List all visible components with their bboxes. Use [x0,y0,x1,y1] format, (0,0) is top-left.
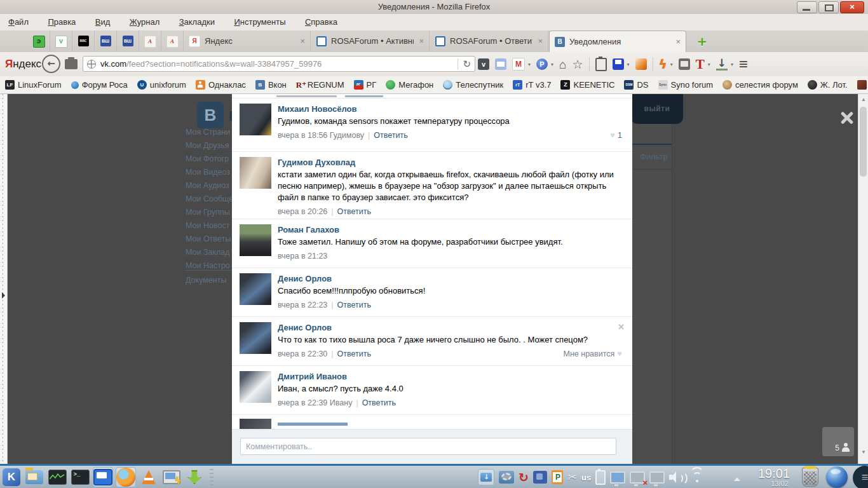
tray-battery[interactable] [595,470,606,485]
comment-input[interactable] [240,438,616,455]
chevron-down-icon[interactable]: ▾ [731,62,733,67]
chevron-down-icon[interactable]: ▾ [627,62,630,67]
bookmark-odnoklassniki[interactable]: Однаклас [196,80,246,90]
sidebar-item-groups[interactable]: Мои Группы [186,206,232,219]
scroll-up-arrow[interactable]: ▲ [858,97,868,102]
rosa-launcher-sphere[interactable] [826,466,848,488]
bookmark-megafon[interactable]: Мегафон [386,80,433,90]
sidebar-item-audios[interactable]: Мои Аудиоз [186,179,232,193]
like-heart-icon[interactable]: ♥ [617,349,622,359]
keyboard-layout-indicator[interactable]: us [581,473,591,482]
vlc-button[interactable] [139,467,159,487]
bookmark-unixforum[interactable]: Uunixforum [137,80,186,90]
url-text[interactable]: vk.com/feed?section=notifications&w=wall… [100,59,458,69]
tab-rosaforum-reply[interactable]: ROSAForum • Ответить × [430,30,548,51]
addon-orange-icon[interactable] [635,58,647,70]
minimize-button[interactable] [797,1,817,13]
panel-settings-cashew[interactable]: ≡ [853,466,868,488]
text-addon-icon[interactable]: T [696,58,705,71]
clock-widget[interactable]: 19:01 13/02 [745,467,803,487]
tab-close-icon[interactable]: × [300,36,305,46]
tray-clipboard-manager[interactable] [552,470,563,484]
menu-history[interactable]: Журнал [121,14,168,27]
sidebar-item-documents[interactable]: Документы [186,276,226,285]
tray-downloads-folder[interactable] [478,469,494,485]
pinned-tab-bill2[interactable]: ВШ [117,30,139,51]
tray-plugin[interactable] [533,471,547,484]
tab-close-icon[interactable]: × [538,36,543,46]
bookmark-keenetic[interactable]: ZKEENETIC [560,80,614,90]
menu-view[interactable]: Вид [87,14,119,27]
id-card-addon-icon[interactable] [679,58,690,70]
user-name-link[interactable]: Гудимов Духовлад [278,157,622,168]
tray-network-secondary[interactable] [649,471,665,484]
sidebar-item-bookmarks[interactable]: Мои Заклад [186,246,232,259]
sidebar-item-my-page[interactable]: Моя Страни [186,126,232,139]
pinned-tab-v[interactable]: V [50,30,72,51]
pinned-tab-a2[interactable]: А [161,30,184,51]
logout-button[interactable]: выйти [631,94,683,124]
bookmark-syno-forum[interactable]: SynoSyno forum [658,80,713,90]
tab-close-icon[interactable]: × [675,37,681,46]
avatar[interactable] [240,371,271,403]
bookmark-ds[interactable]: DSMDS [624,80,648,90]
bookmark-zh-lot[interactable]: Ж. Лот. [808,80,848,90]
user-name-link[interactable]: Михаил Новосёлов [278,104,622,114]
save-page-icon[interactable] [613,58,624,70]
sidebar-item-videos[interactable]: Мои Видеоз [186,166,232,179]
bookmark-telesputnik[interactable]: Телеспутник [443,80,503,90]
avatar[interactable] [240,273,271,305]
menu-file[interactable]: Файл [0,14,37,27]
updates-button[interactable] [184,467,205,487]
trash-widget[interactable] [802,468,818,487]
online-users-badge[interactable]: 5 [822,427,854,456]
tray-wifi[interactable] [690,471,704,483]
gmail-icon[interactable]: M [512,58,525,71]
proxy-globe-icon[interactable]: P [536,58,548,70]
task-firefox[interactable] [116,467,136,487]
close-button[interactable]: × [840,1,864,13]
clipboard-icon[interactable] [595,58,607,71]
pinned-tab-ekatalog[interactable]: Э [28,30,50,51]
pinned-tab-bbc[interactable]: BBC [72,30,95,51]
chevron-down-icon[interactable]: ▾ [708,62,710,67]
tray-network-active[interactable] [610,471,625,484]
bookmark-rg[interactable]: РГРГ [354,80,377,90]
new-tab-button[interactable]: + [695,34,709,48]
tab-yandex[interactable]: Я Яндекс × [184,30,311,51]
scrollbar-thumb[interactable] [860,107,867,177]
bookmark-tm[interactable]: TM [857,80,868,90]
user-name-link[interactable]: Денис Орлов [278,273,622,284]
kde-menu-button[interactable]: K [1,467,22,487]
menu-edit[interactable]: Правка [39,14,84,27]
reply-link[interactable]: Ответить [362,398,396,408]
back-button[interactable]: ← [42,55,60,73]
like-heart-icon[interactable]: ♥ [610,130,615,140]
chevron-down-icon[interactable]: ▾ [528,62,531,67]
remote-desktop-button[interactable] [161,467,182,487]
url-bar[interactable]: vk.com/feed?section=notifications&w=wall… [83,56,475,72]
reply-link[interactable]: Ответить [337,300,371,310]
chevron-down-icon[interactable]: ▾ [670,62,673,67]
menu-bookmarks[interactable]: Закладки [171,14,223,27]
reply-link[interactable]: Ответить [337,349,371,359]
sidebar-item-friends[interactable]: Мои Друзья [186,139,232,152]
hamburger-menu-icon[interactable]: ≡ [739,58,748,71]
tab-notifications[interactable]: В Уведомления × [549,30,686,52]
reload-icon[interactable]: ↻ [458,58,471,70]
tray-klipper[interactable]: ✂ [567,470,577,484]
file-manager-button[interactable] [24,467,44,487]
bookmark-vkontakte[interactable]: ВВкон [255,80,287,90]
sidebar-expand-handle-icon[interactable] [2,292,5,299]
lightning-addon-icon[interactable]: ϟ [659,58,667,70]
mail-icon[interactable] [495,58,506,70]
tray-system-settings[interactable] [499,471,514,484]
hide-notification-icon[interactable]: ✕ [618,322,625,332]
home-icon[interactable]: ⌂ [559,58,566,71]
avatar[interactable] [240,224,271,256]
sidebar-item-news[interactable]: Мои Новост [186,219,232,233]
reply-link[interactable]: Ответить [337,207,371,217]
avatar[interactable] [240,157,271,189]
like-button-label[interactable]: Мне нравится [564,349,615,359]
chevron-down-icon[interactable]: ▾ [551,62,553,67]
